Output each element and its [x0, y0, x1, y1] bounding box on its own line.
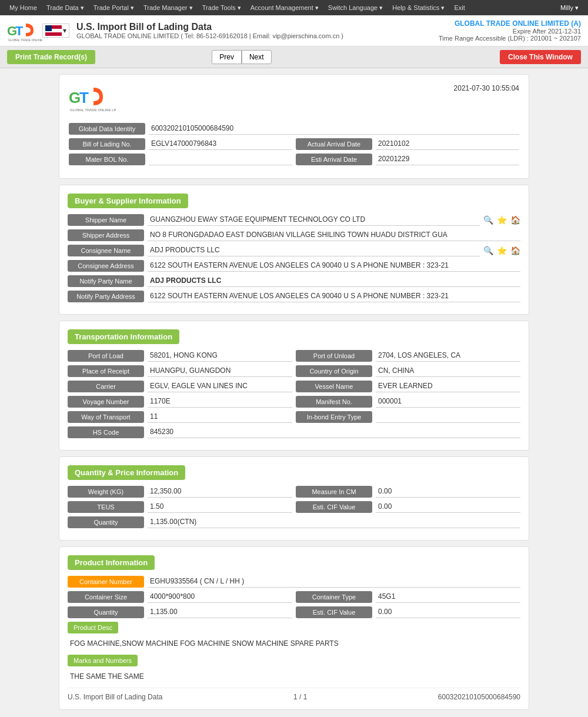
port-load-label: Port of Load	[68, 350, 144, 362]
port-unload-label: Port of Unload	[296, 350, 372, 362]
record-identity-card: G T GLOBAL TRADE ONLINE LIMITED 2021-07-…	[59, 74, 529, 179]
svg-text:T: T	[79, 89, 89, 106]
weight-field: Weight (KG) 12,350.00	[68, 486, 292, 498]
way-transport-field: Way of Transport 11	[68, 411, 292, 423]
esti-cif-field: Esti. CIF Value 0.00	[296, 501, 520, 513]
inbond-entry-field: In-bond Entry Type	[296, 411, 520, 423]
hs-code-label: HS Code	[68, 426, 144, 438]
place-receipt-value: HUANGPU, GUANGDON	[148, 365, 292, 377]
consignee-address-label: Consignee Address	[68, 260, 144, 272]
teus-cif-row: TEUS 1.50 Esti. CIF Value 0.00	[68, 501, 520, 513]
receipt-origin-row: Place of Receipt HUANGPU, GUANGDON Count…	[68, 365, 520, 377]
gtc-logo-card: G T GLOBAL TRADE ONLINE LIMITED	[69, 84, 116, 115]
print-button-top[interactable]: Print Trade Record(s)	[7, 50, 95, 64]
transportation-header: Transportation Information	[68, 329, 179, 344]
bol-row: Bill of Lading No. EGLV147000796843 Actu…	[69, 138, 519, 150]
logo-icon: G T GLOBAL TRADE ONLINE LIMITED	[7, 19, 42, 42]
shipper-home-icon[interactable]: 🏠	[510, 215, 520, 225]
weight-label: Weight (KG)	[68, 486, 144, 498]
quantity-price-header: Quantity & Price Information	[68, 465, 185, 480]
way-transport-value: 11	[148, 411, 292, 423]
nav-trade-manager[interactable]: Trade Manager ▾	[139, 4, 198, 12]
close-button-top[interactable]: Close This Window	[500, 50, 581, 64]
carrier-label: Carrier	[68, 381, 144, 392]
container-size-type-row: Container Size 4000*900*800 Container Ty…	[68, 591, 520, 603]
card-header: G T GLOBAL TRADE ONLINE LIMITED 2021-07-…	[69, 84, 519, 115]
nav-my-home[interactable]: My Home	[5, 4, 42, 11]
user-name[interactable]: Milly ▾	[556, 4, 583, 12]
inbond-entry-value	[376, 411, 520, 423]
measure-label: Measure In CM	[296, 486, 372, 498]
page-header: G T GLOBAL TRADE ONLINE LIMITED ▾ U.S. I…	[0, 15, 588, 46]
company-name-link[interactable]: GLOBAL TRADE ONLINE LIMITED (A)	[439, 19, 581, 28]
qty-row: Quantity 1,135.00(CTN)	[68, 516, 520, 528]
product-cif-value: 0.00	[376, 606, 520, 618]
nav-trade-tools[interactable]: Trade Tools ▾	[198, 4, 246, 12]
marks-numbers-label: Marks and Numbers	[68, 655, 138, 666]
page-title-area: U.S. Import Bill of Lading Data GLOBAL T…	[76, 22, 343, 39]
flag-selector[interactable]: ▾	[42, 24, 69, 38]
top-navigation: My Home Trade Data ▾ Trade Portal ▾ Trad…	[0, 0, 588, 15]
shipper-address-value: NO 8 FURONGDADAO EAST DONGBIAN VILLAGE S…	[148, 229, 520, 241]
toolbar-top: Print Trade Record(s) Prev Next Close Th…	[0, 46, 588, 68]
next-button-top[interactable]: Next	[242, 50, 272, 64]
qty-label: Quantity	[68, 516, 144, 528]
esti-arrival-value: 20201229	[376, 154, 519, 165]
container-number-label: Container Number	[68, 576, 144, 588]
marks-numbers-area: Marks and Numbers THE SAME THE SAME	[68, 655, 520, 683]
notify-party-name-label: Notify Party Name	[68, 275, 144, 287]
svg-text:T: T	[15, 24, 24, 38]
marks-numbers-value: THE SAME THE SAME	[68, 670, 520, 683]
qty-value: 1,135.00(CTN)	[148, 516, 520, 528]
nav-trade-portal[interactable]: Trade Portal ▾	[89, 4, 139, 12]
ports-row: Port of Load 58201, HONG KONG Port of Un…	[68, 350, 520, 362]
global-data-identity-row: Global Data Identity 6003202101050006845…	[69, 123, 519, 135]
shipper-star-icon[interactable]: ⭐	[497, 215, 507, 225]
nav-account-management[interactable]: Account Management ▾	[246, 4, 323, 12]
weight-value: 12,350.00	[148, 486, 292, 498]
shipper-search-icon[interactable]: 🔍	[483, 215, 493, 225]
measure-value: 0.00	[376, 486, 520, 498]
prev-button-top[interactable]: Prev	[212, 50, 242, 64]
nav-switch-language[interactable]: Switch Language ▾	[323, 4, 387, 12]
container-size-label: Container Size	[68, 591, 144, 603]
shipper-name-label: Shipper Name	[68, 214, 144, 226]
vessel-name-field: Vessel Name EVER LEARNED	[296, 381, 520, 392]
inbond-entry-label: In-bond Entry Type	[296, 411, 372, 423]
product-qty-cif-row: Quantity 1,135.00 Esti. CIF Value 0.00	[68, 606, 520, 618]
manifest-no-field: Manifest No. 000001	[296, 396, 520, 408]
esti-cif-label: Esti. CIF Value	[296, 501, 372, 513]
carrier-vessel-row: Carrier EGLV, EAGLE VAN LINES INC Vessel…	[68, 381, 520, 392]
main-content: G T GLOBAL TRADE ONLINE LIMITED 2021-07-…	[0, 68, 588, 717]
record-timestamp: 2021-07-30 10:55:04	[454, 84, 519, 92]
container-size-field: Container Size 4000*900*800	[68, 591, 292, 603]
product-header: Product Information	[68, 555, 155, 570]
expiry-info: Expire After 2021-12-31	[439, 28, 581, 35]
product-qty-value: 1,135.00	[148, 606, 292, 618]
esti-arrival-field: Esti Arrival Date 20201229	[296, 154, 519, 165]
product-qty-label: Quantity	[68, 606, 144, 618]
shipper-address-label: Shipper Address	[68, 229, 144, 241]
country-origin-label: Country of Origin	[296, 365, 372, 377]
master-bol-label: Mater BOL No.	[69, 154, 145, 165]
page-title: U.S. Import Bill of Lading Data	[76, 22, 343, 32]
consignee-search-icon[interactable]: 🔍	[483, 246, 493, 255]
nav-help-statistics[interactable]: Help & Statistics ▾	[387, 4, 449, 12]
consignee-home-icon[interactable]: 🏠	[510, 246, 520, 255]
consignee-star-icon[interactable]: ⭐	[497, 246, 507, 255]
shipper-name-value: GUANGZHOU EWAY STAGE EQUIPMENT TECHNOLOG…	[148, 214, 480, 226]
port-load-value: 58201, HONG KONG	[148, 350, 292, 362]
vessel-name-label: Vessel Name	[296, 381, 372, 392]
global-data-identity-label: Global Data Identity	[69, 123, 145, 135]
bol-label: Bill of Lading No.	[69, 138, 145, 150]
port-unload-field: Port of Unload 2704, LOS ANGELES, CA	[296, 350, 520, 362]
manifest-no-value: 000001	[376, 396, 520, 408]
country-origin-field: Country of Origin CN, CHINA	[296, 365, 520, 377]
nav-trade-data[interactable]: Trade Data ▾	[42, 4, 89, 12]
product-qty-field: Quantity 1,135.00	[68, 606, 292, 618]
svg-text:GLOBAL TRADE ONLINE LIMITED: GLOBAL TRADE ONLINE LIMITED	[8, 38, 42, 42]
actual-arrival-label: Actual Arrival Date	[296, 138, 372, 150]
nav-exit[interactable]: Exit	[449, 4, 469, 11]
vessel-name-value: EVER LEARNED	[376, 381, 520, 392]
voyage-number-value: 1170E	[148, 396, 292, 408]
